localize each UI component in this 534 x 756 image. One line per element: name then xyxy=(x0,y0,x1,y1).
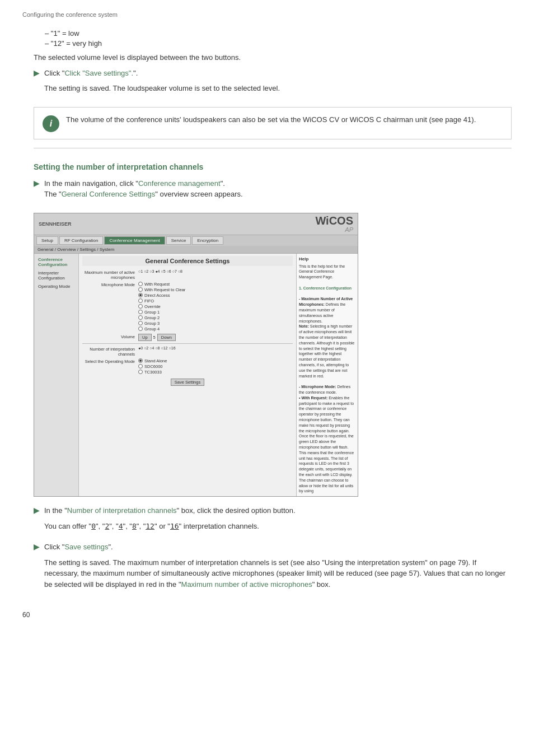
nav-service[interactable]: Service xyxy=(166,236,191,245)
page-number: 60 xyxy=(22,611,512,619)
step3-content: Click "Save settings". The setting is sa… xyxy=(44,542,512,594)
volume-number: 5 xyxy=(153,335,156,340)
general-conference-settings-link[interactable]: General Conference Settings xyxy=(62,190,156,198)
interp-channels-value: ●0 ○2 ○4 ○8 ○12 ○16 xyxy=(138,346,293,350)
help-content: This is the help text for the General Co… xyxy=(299,264,355,494)
volume-row: Volume Up 5 Down xyxy=(82,334,293,341)
mic-mode-row: Microphone Mode With Request With Reques… xyxy=(82,282,293,332)
radio-with-request-clear[interactable] xyxy=(138,287,143,292)
sidebar-operating-mode[interactable]: Operating Mode xyxy=(36,283,76,290)
step2: ▶ In the "Number of interpretation chann… xyxy=(34,505,512,536)
interp-channels-label: Number of interpretation channels xyxy=(82,346,138,357)
wicos-screenshot: SENNHEISER WiCOS AP Setup RF Configurati… xyxy=(34,213,358,497)
volume-label: Volume xyxy=(82,334,138,339)
high-label: – "12" = very high xyxy=(45,39,512,48)
option-2: 2 xyxy=(105,522,109,530)
save-button-container: Save Settings xyxy=(82,379,293,386)
radio-5[interactable]: ○5 xyxy=(161,269,166,273)
step3-save-link[interactable]: Save settings xyxy=(64,543,108,551)
save-settings-link[interactable]: Click "Save settings". xyxy=(64,69,133,77)
radio-with-request[interactable] xyxy=(138,282,143,286)
nav-setup[interactable]: Setup xyxy=(36,236,58,245)
max-mics-row: Maximum number of active microphones ○1 … xyxy=(82,269,293,280)
step3-arrow: ▶ xyxy=(34,542,40,551)
volume-value: Up 5 Down xyxy=(138,334,293,341)
save-settings-button[interactable]: Save Settings xyxy=(171,379,204,386)
nav-rf-config[interactable]: RF Configuration xyxy=(59,236,103,245)
wicos-help-panel: Help This is the help text for the Gener… xyxy=(296,254,358,497)
volume-display-note: The selected volume level is displayed b… xyxy=(34,52,512,63)
form-separator xyxy=(82,343,293,344)
wicos-sidebar: Conference Configuration Interpreter Con… xyxy=(34,254,79,497)
wicos-brand: WiCOS AP xyxy=(315,215,353,233)
help-title: Help xyxy=(299,256,355,262)
sennheiser-logo: SENNHEISER xyxy=(39,221,72,227)
radio-group2[interactable] xyxy=(138,315,143,320)
nav-conference-mgmt[interactable]: Conference Management xyxy=(104,236,165,245)
operating-mode-value: Stand Alone SDC6000 TC30033 xyxy=(138,358,293,375)
step2-arrow: ▶ xyxy=(34,506,40,515)
option-0: 0 xyxy=(91,522,96,530)
max-active-mics-link[interactable]: Maximum number of active microphones xyxy=(181,580,312,589)
max-mics-label: Maximum number of active microphones xyxy=(82,269,138,280)
volume-down-button[interactable]: Down xyxy=(157,334,176,341)
option-16: 16 xyxy=(170,522,179,530)
mic-mode-label: Microphone Mode xyxy=(82,282,138,287)
radio-override[interactable] xyxy=(138,304,143,309)
option-8: 8 xyxy=(132,522,137,530)
step1-arrow: ▶ xyxy=(34,179,40,188)
radio-2[interactable]: ○2 xyxy=(144,269,148,273)
conference-management-link[interactable]: Conference management xyxy=(138,179,221,188)
wicos-nav: Setup RF Configuration Conference Manage… xyxy=(34,235,358,246)
step3-click-text: Click "Save settings". xyxy=(44,542,512,553)
radio-1[interactable]: ○1 xyxy=(138,269,143,273)
save-step: ▶ Click "Click "Save settings".". The se… xyxy=(34,68,512,99)
option-12: 12 xyxy=(146,522,154,530)
sidebar-interpreter-config[interactable]: Interpreter Configuration xyxy=(36,269,76,282)
low-label: – "1" = low xyxy=(45,29,512,38)
radio-group1[interactable] xyxy=(138,310,143,314)
info-box-text: The volume of the conference units' loud… xyxy=(66,114,476,125)
radio-fifo[interactable] xyxy=(138,298,143,303)
radio-tc30033[interactable] xyxy=(138,370,143,374)
radio-ch8[interactable]: ○8 xyxy=(155,346,160,350)
wicos-header: SENNHEISER WiCOS AP xyxy=(34,213,358,235)
step-content: Click "Click "Save settings".". The sett… xyxy=(44,68,512,99)
radio-ch4[interactable]: ○4 xyxy=(149,346,154,350)
step-arrow: ▶ xyxy=(34,68,40,77)
radio-group3[interactable] xyxy=(138,321,143,325)
info-box: i The volume of the conference units' lo… xyxy=(34,107,512,139)
nav-encryption[interactable]: Encryption xyxy=(192,236,223,245)
radio-group4[interactable] xyxy=(138,326,143,331)
interp-channels-link[interactable]: Number of interpretation channels xyxy=(67,506,177,515)
sidebar-conference-config[interactable]: Conference Configuration xyxy=(36,256,76,268)
radio-4[interactable]: ●4 xyxy=(155,269,160,273)
volume-up-button[interactable]: Up xyxy=(138,334,152,341)
radio-8[interactable]: ○8 xyxy=(178,269,182,273)
mic-mode-value: With Request With Request to Clear Direc… xyxy=(138,282,293,332)
radio-ch16[interactable]: ○16 xyxy=(169,346,176,350)
wicos-breadcrumb: General / Overview / Settings / System xyxy=(34,246,358,254)
radio-3[interactable]: ○3 xyxy=(149,269,154,273)
step1-content: In the main navigation, click "Conferenc… xyxy=(44,178,512,204)
content-area: – "1" = low – "12" = very high The selec… xyxy=(34,29,512,594)
breadcrumb: Configuring the conference system xyxy=(22,11,512,18)
radio-ch12[interactable]: ○12 xyxy=(161,346,168,350)
radio-sdc6000[interactable] xyxy=(138,364,143,368)
radio-ch2[interactable]: ○2 xyxy=(144,346,148,350)
info-icon: i xyxy=(43,115,59,132)
save-description: The setting is saved. The loudspeaker vo… xyxy=(44,83,512,94)
step2-options: You can offer "0", "2", "4", "8", "12" o… xyxy=(44,521,512,532)
radio-7[interactable]: ○7 xyxy=(172,269,177,273)
operating-mode-row: Select the Operating Mode Stand Alone SD… xyxy=(82,358,293,375)
max-mics-value: ○1 ○2 ○3 ●4 ○5 ○6 ○7 ○8 xyxy=(138,269,293,273)
radio-6[interactable]: ○6 xyxy=(167,269,171,273)
section-heading: Setting the number of interpretation cha… xyxy=(34,162,512,171)
wicos-main-title: General Conference Settings xyxy=(82,256,293,266)
option-4: 4 xyxy=(119,522,123,530)
radio-stand-alone[interactable] xyxy=(138,358,143,363)
divider xyxy=(34,148,512,148)
radio-ch0[interactable]: ●0 xyxy=(138,346,143,350)
radio-direct-access[interactable] xyxy=(138,293,143,297)
step2-text: In the "Number of interpretation channel… xyxy=(44,505,512,516)
